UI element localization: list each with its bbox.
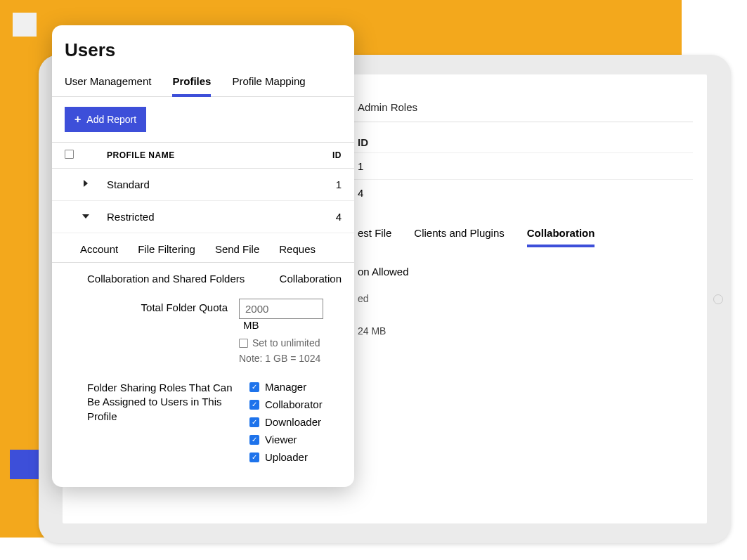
back-note-suffix: 24 MB — [358, 325, 693, 337]
back-unlimited-suffix: ed — [358, 293, 693, 304]
quota-row: Total Folder Quota MB Set to unlimited N… — [52, 299, 354, 371]
nav-tabs: User Management Profiles Profile Mapping — [52, 71, 354, 97]
col-profile-name: PROFILE NAME — [93, 150, 313, 160]
background-white-square — [13, 13, 37, 37]
collaboration-section-header: Collaboration and Shared Folders Collabo… — [52, 263, 354, 299]
page-title: Users — [65, 39, 342, 61]
role-label: Collaborator — [265, 398, 323, 410]
role-label: Viewer — [265, 434, 297, 445]
profile-id: 1 — [313, 178, 342, 190]
back-tab-clients-plugins[interactable]: Clients and Plugins — [414, 227, 504, 247]
role-label: Downloader — [265, 416, 321, 428]
checkbox-checked-icon[interactable]: ✓ — [249, 400, 259, 410]
role-item-collaborator: ✓ Collaborator — [249, 398, 342, 410]
select-all-checkbox[interactable] — [65, 150, 93, 161]
profile-subtabs: Account File Filtering Send File Reques — [52, 233, 354, 263]
chevron-down-icon[interactable] — [65, 211, 107, 222]
table-row[interactable]: Standard 1 — [52, 169, 354, 201]
col-id: ID — [313, 150, 342, 160]
role-item-viewer: ✓ Viewer — [249, 434, 342, 445]
profile-name: Standard — [107, 178, 313, 190]
profile-id: 4 — [313, 211, 342, 223]
checkbox-checked-icon[interactable]: ✓ — [249, 382, 259, 392]
add-report-label: Add Report — [86, 114, 136, 125]
tab-profile-mapping[interactable]: Profile Mapping — [232, 71, 305, 96]
unlimited-checkbox[interactable] — [239, 339, 248, 348]
back-id-header: ID — [358, 136, 693, 148]
quota-note: Note: 1 GB = 1024 — [239, 353, 342, 364]
profiles-table-header: PROFILE NAME ID — [52, 142, 354, 169]
tab-user-management[interactable]: User Management — [65, 71, 151, 96]
checkbox-checked-icon[interactable]: ✓ — [249, 452, 259, 462]
checkbox-checked-icon[interactable]: ✓ — [249, 435, 259, 445]
role-item-downloader: ✓ Downloader — [249, 416, 342, 428]
plus-icon: + — [74, 113, 81, 126]
back-tab-collaboration[interactable]: Collaboration — [527, 227, 595, 247]
quota-unit: MB — [243, 319, 259, 331]
roles-label: Folder Sharing Roles That Can Be Assigne… — [87, 381, 238, 424]
collab-label: Collaboration — [280, 273, 342, 285]
subtab-request[interactable]: Reques — [279, 243, 316, 255]
back-id-values: 1 4 — [358, 152, 693, 206]
back-admin-roles-label: Admin Roles — [358, 101, 693, 113]
subtab-account[interactable]: Account — [80, 243, 118, 255]
users-card: Users User Management Profiles Profile M… — [52, 25, 354, 487]
role-item-uploader: ✓ Uploader — [249, 451, 342, 463]
quota-input[interactable] — [239, 299, 323, 319]
roles-list: ✓ Manager ✓ Collaborator ✓ Downloader ✓ … — [249, 381, 342, 469]
tablet-home-button — [713, 294, 723, 304]
role-label: Manager — [265, 381, 306, 393]
quota-label: Total Folder Quota — [87, 299, 228, 313]
role-item-manager: ✓ Manager — [249, 381, 342, 393]
chevron-right-icon[interactable] — [65, 179, 107, 190]
back-tab-est-file[interactable]: est File — [358, 227, 391, 247]
back-collaboration-allowed: on Allowed — [358, 266, 693, 278]
subtab-send-file[interactable]: Send File — [215, 243, 259, 255]
unlimited-label: Set to unlimited — [252, 337, 320, 349]
subtab-file-filtering[interactable]: File Filtering — [138, 243, 195, 255]
collab-shared-label: Collaboration and Shared Folders — [87, 273, 245, 285]
profile-name: Restricted — [107, 211, 313, 223]
back-subtabs: est File Clients and Plugins Collaborati… — [358, 227, 693, 247]
checkbox-checked-icon[interactable]: ✓ — [249, 417, 259, 427]
add-report-button[interactable]: + Add Report — [65, 107, 146, 132]
table-row[interactable]: Restricted 4 — [52, 201, 354, 233]
role-label: Uploader — [265, 451, 308, 463]
roles-row: Folder Sharing Roles That Can Be Assigne… — [52, 377, 354, 469]
tab-profiles[interactable]: Profiles — [172, 71, 211, 97]
